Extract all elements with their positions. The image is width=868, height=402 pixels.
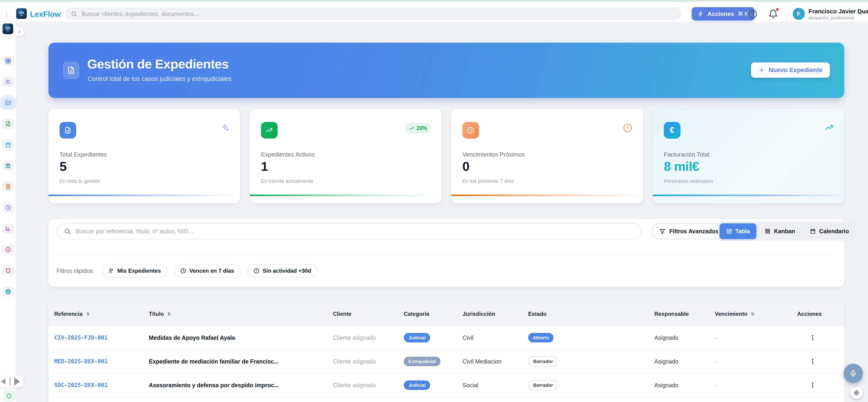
page-title: Gestión de Expedientes (87, 57, 229, 71)
voice-assistant-button[interactable] (843, 364, 863, 383)
sidebar-item-portal[interactable] (2, 287, 14, 297)
table-row[interactable]: CIV-2025-FJD-001 Medidas de Apoyo Rafael… (49, 326, 844, 350)
sidebar-item-clients[interactable] (2, 77, 14, 87)
stat-value: 5 (60, 159, 66, 174)
expediente-client: Cliente asignado (333, 358, 376, 365)
topbar-divider (786, 8, 787, 20)
sidebar-item-dashboard[interactable] (2, 56, 14, 66)
sidebar-nav (2, 56, 14, 297)
sidebar-item-expedientes[interactable] (2, 98, 14, 108)
invoice-dollar-icon (5, 184, 11, 190)
expediente-jurisdiction: Civil (463, 334, 473, 341)
dashboard-grid-icon (5, 58, 11, 64)
view-tab-calendar[interactable]: Calendario (803, 223, 855, 239)
view-tab-table[interactable]: Tabla (720, 223, 756, 239)
quick-filter-my-cases[interactable]: Mis Expedientes (102, 264, 167, 277)
table-row[interactable]: MED-2025-DXX-001 Expediente de mediación… (49, 350, 844, 373)
sidebar-item-reports[interactable] (2, 224, 14, 234)
sort-icon[interactable] (750, 311, 755, 316)
chevron-right-icon (17, 29, 22, 34)
expediente-search-input[interactable] (75, 228, 625, 235)
settings-fab[interactable] (850, 387, 863, 399)
global-search-input[interactable] (82, 10, 658, 18)
column-header-titulo[interactable]: Título (149, 311, 172, 317)
expediente-jurisdiction: Civil Mediacion (463, 358, 501, 365)
sort-icon[interactable] (166, 311, 172, 316)
sparkles-icon (220, 123, 230, 133)
expediente-ref-link[interactable]: SOC-2025-DXX-001 (54, 382, 107, 389)
sidebar-item-court[interactable] (2, 161, 14, 171)
privacy-shield-button[interactable] (3, 391, 15, 402)
user-avatar[interactable]: F (793, 8, 805, 20)
stat-value: 0 (462, 159, 469, 174)
expediente-responsible: Asignado (654, 382, 678, 389)
brand-logo[interactable] (16, 8, 27, 19)
table-row[interactable]: SOC-2025-DXX-001 Asesoramiento y defensa… (49, 373, 844, 397)
actions-shortcut: ⌘ K (738, 11, 748, 17)
globe-icon (5, 289, 11, 295)
actions-label: Acciones (707, 10, 734, 18)
sidebar-item-security[interactable] (2, 266, 14, 276)
expediente-search[interactable] (57, 223, 642, 239)
quick-filter-inactive-30d[interactable]: Sin actividad +30d (247, 264, 317, 277)
row-actions-button[interactable] (808, 333, 818, 343)
quick-filter-due-7d[interactable]: Vencen en 7 días (174, 264, 241, 277)
new-expediente-label: Nuevo Expediente (769, 67, 823, 74)
sidebar-drag-handle[interactable] (6, 11, 7, 20)
user-menu-button[interactable] (858, 11, 863, 16)
column-header-vencimiento[interactable]: Vencimiento (715, 311, 755, 317)
sidebar-item-time-tracking[interactable] (2, 203, 14, 213)
status-badge: Abierto (528, 333, 554, 342)
quick-filter-label: Mis Expedientes (118, 268, 161, 274)
expediente-ref-link[interactable]: CIV-2025-FJD-001 (54, 334, 107, 341)
sidebar-item-documents[interactable] (2, 119, 14, 129)
row-actions-button[interactable] (808, 380, 818, 390)
stat-accent-bar (49, 195, 240, 196)
sidebar-expand-button[interactable] (14, 27, 25, 36)
search-icon (64, 228, 71, 235)
sidebar-item-calendar[interactable] (2, 140, 14, 150)
sidebar-logo[interactable] (3, 24, 13, 34)
hero-banner: Gestión de Expedientes Control total de … (49, 43, 844, 98)
actions-button[interactable]: Acciones ⌘ K (692, 7, 754, 21)
step-forward-button[interactable] (14, 377, 20, 386)
row-actions-button[interactable] (808, 356, 818, 367)
view-tab-kanban[interactable]: Kanban (758, 223, 802, 239)
category-badge: Judicial (404, 333, 430, 342)
clock-icon (462, 122, 479, 138)
sidebar-item-ai-assistant[interactable] (2, 244, 14, 255)
stat-sub: En los próximos 7 días (462, 178, 514, 184)
sort-icon[interactable] (85, 311, 90, 316)
advanced-filters-button[interactable]: Filtros Avanzados (652, 223, 726, 239)
expedientes-table: Referencia Título Cliente Categoría (49, 302, 844, 402)
shield-icon (5, 268, 11, 274)
step-back-button[interactable] (1, 378, 5, 385)
clock-icon (180, 268, 186, 274)
clock-icon (5, 205, 11, 211)
category-badge: Judicial (404, 380, 430, 390)
help-button[interactable] (748, 9, 758, 19)
sidebar-item-billing[interactable] (2, 181, 14, 192)
folder-open-icon (5, 100, 11, 106)
trending-up-icon (825, 123, 834, 132)
stats-row: Total Expedientes 5 En toda tu gestión 2… (49, 109, 844, 203)
column-header-acciones: Acciones (797, 311, 822, 317)
column-header-referencia[interactable]: Referencia (54, 311, 90, 317)
expediente-ref-link[interactable]: MED-2025-DXX-001 (54, 358, 107, 365)
new-expediente-button[interactable]: Nuevo Expediente (751, 63, 830, 78)
expediente-responsible: Asignado (654, 334, 678, 341)
trending-up-icon (409, 126, 414, 131)
status-badge: Borrador (528, 380, 558, 391)
column-header-jurisdiccion: Jurisdicción (463, 311, 495, 317)
global-search[interactable] (65, 7, 681, 20)
stat-sub: En trámite actualmente (261, 178, 313, 184)
quick-filters-row: Filtros rápidos: Mis Expedientes Vencen … (57, 264, 318, 277)
hero-document-icon (63, 62, 80, 79)
users-icon (108, 268, 114, 274)
help-icon (748, 9, 758, 19)
expediente-title: Asesoramiento y defensa por despido impr… (149, 382, 279, 389)
kanban-icon (765, 228, 771, 234)
stat-value: 1 (261, 159, 268, 174)
table-header: Referencia Título Cliente Categoría (49, 302, 844, 326)
quick-filters-label: Filtros rápidos: (57, 268, 94, 274)
